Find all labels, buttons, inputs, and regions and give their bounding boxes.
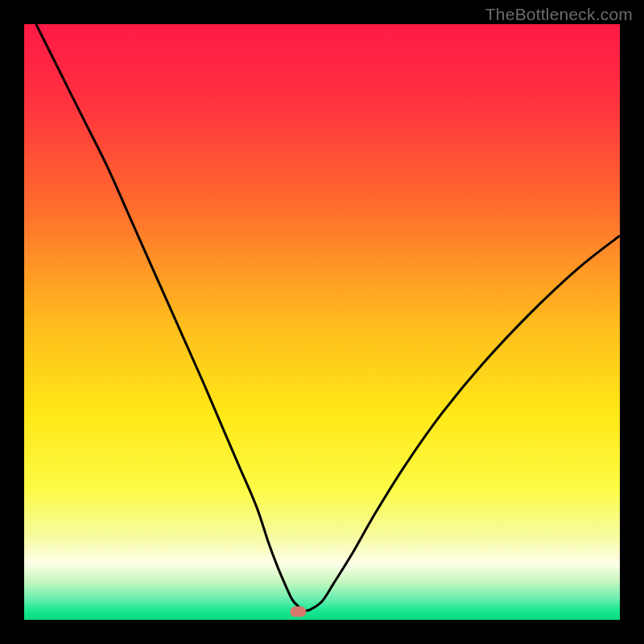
plot-area <box>24 24 620 620</box>
watermark-text: TheBottleneck.com <box>485 5 633 24</box>
chart-stage: TheBottleneck.com <box>0 0 644 644</box>
bottleneck-curve <box>24 24 620 620</box>
curve-path <box>36 24 620 611</box>
optimal-point-marker <box>291 606 306 617</box>
